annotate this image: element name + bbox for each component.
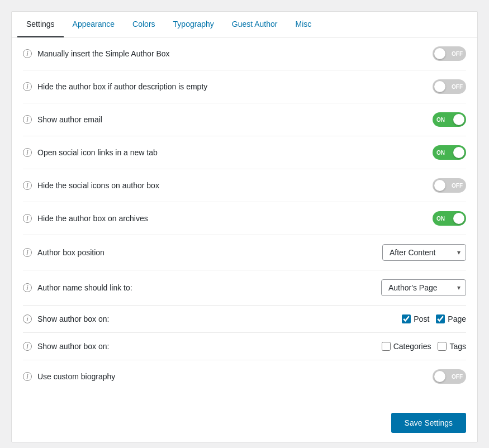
setting-row-show-email: iShow author emailON xyxy=(23,103,466,136)
setting-label-show-email: Show author email xyxy=(37,115,102,124)
setting-left-open-new-tab: iOpen social icon links in a new tab xyxy=(23,148,158,157)
info-icon[interactable]: i xyxy=(23,82,32,91)
info-icon[interactable]: i xyxy=(23,181,32,190)
toggle-hide-if-empty[interactable]: OFF xyxy=(433,79,466,94)
setting-label-hide-if-empty: Hide the author box if author descriptio… xyxy=(37,82,207,91)
toggle-show-email[interactable]: ON xyxy=(433,112,466,127)
checkbox-item-post[interactable]: Post xyxy=(402,314,429,323)
checkbox-item-tags[interactable]: Tags xyxy=(438,342,466,351)
toggle-custom-bio[interactable]: OFF xyxy=(433,369,466,384)
settings-body: iManually insert the Simple Author BoxOF… xyxy=(12,37,477,404)
checkbox-label-categories: Categories xyxy=(393,342,431,351)
select-wrapper-box-position: Before ContentAfter Content▾ xyxy=(382,244,466,261)
setting-row-manually-insert: iManually insert the Simple Author BoxOF… xyxy=(23,37,466,70)
info-icon[interactable]: i xyxy=(23,372,32,381)
info-icon[interactable]: i xyxy=(23,314,32,323)
settings-panel: SettingsAppearanceColorsTypographyGuest … xyxy=(11,11,478,442)
setting-left-manually-insert: iManually insert the Simple Author Box xyxy=(23,49,170,58)
toggle-open-new-tab[interactable]: ON xyxy=(433,145,466,160)
setting-row-hide-if-empty: iHide the author box if author descripti… xyxy=(23,70,466,103)
select-box-position[interactable]: Before ContentAfter Content xyxy=(382,244,466,261)
setting-row-box-position: iAuthor box positionBefore ContentAfter … xyxy=(23,235,466,270)
setting-left-hide-if-empty: iHide the author box if author descripti… xyxy=(23,82,207,91)
setting-row-show-on-post-page: iShow author box on:PostPage xyxy=(23,306,466,333)
toggle-manually-insert[interactable]: OFF xyxy=(433,46,466,61)
checkbox-label-post: Post xyxy=(414,314,429,323)
setting-label-hide-archives: Hide the author box on archives xyxy=(37,214,148,223)
info-icon[interactable]: i xyxy=(23,214,32,223)
setting-left-box-position: iAuthor box position xyxy=(23,248,105,257)
setting-label-custom-bio: Use custom biography xyxy=(37,372,115,381)
toggle-hide-social[interactable]: OFF xyxy=(433,178,466,193)
tab-guest-author[interactable]: Guest Author xyxy=(223,12,287,37)
save-area: Save Settings xyxy=(12,404,477,442)
setting-row-hide-social: iHide the social icons on author boxOFF xyxy=(23,169,466,202)
setting-label-manually-insert: Manually insert the Simple Author Box xyxy=(37,49,170,58)
setting-label-box-position: Author box position xyxy=(37,248,105,257)
setting-row-custom-bio: iUse custom biographyOFF xyxy=(23,360,466,393)
checkbox-tags[interactable] xyxy=(438,342,447,351)
tabs-bar: SettingsAppearanceColorsTypographyGuest … xyxy=(12,12,477,37)
checkbox-item-page[interactable]: Page xyxy=(436,314,466,323)
setting-label-open-new-tab: Open social icon links in a new tab xyxy=(37,148,158,157)
tab-appearance[interactable]: Appearance xyxy=(64,12,124,37)
setting-left-hide-archives: iHide the author box on archives xyxy=(23,214,148,223)
setting-left-custom-bio: iUse custom biography xyxy=(23,372,115,381)
select-wrapper-name-link: Author's PageAuthor's WebsiteNone▾ xyxy=(381,279,466,296)
tab-settings[interactable]: Settings xyxy=(17,12,64,37)
info-icon[interactable]: i xyxy=(23,283,32,292)
select-name-link[interactable]: Author's PageAuthor's WebsiteNone xyxy=(381,279,466,296)
setting-left-show-on-cat-tags: iShow author box on: xyxy=(23,342,109,351)
info-icon[interactable]: i xyxy=(23,115,32,124)
tab-colors[interactable]: Colors xyxy=(124,12,164,37)
checkbox-group-show-on-post-page: PostPage xyxy=(402,314,466,323)
info-icon[interactable]: i xyxy=(23,342,32,351)
tab-misc[interactable]: Misc xyxy=(286,12,320,37)
tab-typography[interactable]: Typography xyxy=(164,12,223,37)
setting-row-open-new-tab: iOpen social icon links in a new tabON xyxy=(23,136,466,169)
setting-row-name-link: iAuthor name should link to:Author's Pag… xyxy=(23,270,466,306)
setting-left-name-link: iAuthor name should link to: xyxy=(23,283,132,292)
setting-label-show-on-post-page: Show author box on: xyxy=(37,314,109,323)
info-icon[interactable]: i xyxy=(23,248,32,257)
setting-left-show-on-post-page: iShow author box on: xyxy=(23,314,109,323)
checkbox-post[interactable] xyxy=(402,314,411,323)
setting-row-show-on-cat-tags: iShow author box on:CategoriesTags xyxy=(23,333,466,360)
checkbox-group-show-on-cat-tags: CategoriesTags xyxy=(382,342,466,351)
info-icon[interactable]: i xyxy=(23,148,32,157)
setting-label-name-link: Author name should link to: xyxy=(37,283,132,292)
save-button[interactable]: Save Settings xyxy=(391,413,466,433)
checkbox-page[interactable] xyxy=(436,314,445,323)
checkbox-label-page: Page xyxy=(448,314,466,323)
setting-left-show-email: iShow author email xyxy=(23,115,102,124)
setting-label-hide-social: Hide the social icons on author box xyxy=(37,181,159,190)
checkbox-label-tags: Tags xyxy=(449,342,466,351)
setting-left-hide-social: iHide the social icons on author box xyxy=(23,181,159,190)
setting-row-hide-archives: iHide the author box on archivesON xyxy=(23,202,466,235)
toggle-hide-archives[interactable]: ON xyxy=(433,211,466,226)
setting-label-show-on-cat-tags: Show author box on: xyxy=(37,342,109,351)
info-icon[interactable]: i xyxy=(23,49,32,58)
checkbox-item-categories[interactable]: Categories xyxy=(382,342,431,351)
checkbox-categories[interactable] xyxy=(382,342,391,351)
